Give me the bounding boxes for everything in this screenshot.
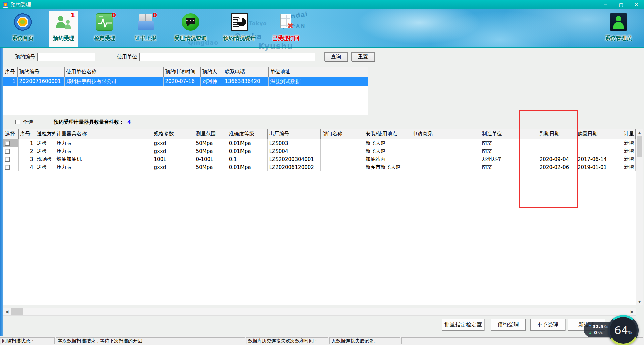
cell: 0.01Mpa	[227, 163, 267, 171]
scroll-left-arrow[interactable]: ◀	[3, 308, 10, 315]
column-header[interactable]: 序号	[3, 67, 17, 77]
toolbar-item-label: 预约受理	[53, 35, 74, 42]
column-header[interactable]: 计量器具名称	[55, 129, 152, 139]
column-header[interactable]: 准确度等级	[227, 129, 267, 139]
action-button-row: 批量指定检定室 预约受理 不予受理 新指派	[0, 319, 644, 332]
cell	[320, 139, 364, 147]
column-header[interactable]: 联系电话	[223, 67, 268, 77]
toolbar-item-cert-upload[interactable]: 证书上报 0	[131, 11, 160, 47]
cell: 2019-01-01	[576, 163, 622, 171]
cell	[520, 155, 538, 163]
cell: 0.01Mpa	[227, 139, 267, 147]
cell: 新乡市新飞大道	[364, 163, 411, 171]
minimize-button[interactable]: ─	[598, 0, 613, 9]
batch-assign-room-button[interactable]: 批量指定检定室	[442, 319, 484, 331]
scroll-down-arrow[interactable]: ▼	[636, 299, 643, 305]
toolbar-item-admin[interactable]: 系统管理员	[602, 11, 635, 47]
cell	[520, 163, 538, 171]
search-row: 预约编号 使用单位 查询 重置	[3, 51, 640, 62]
toolbar-item-label: 预约情况统计	[223, 35, 256, 42]
cell: 南京	[480, 147, 520, 155]
download-arrow-icon: ↓	[588, 330, 592, 335]
column-header[interactable]: 预约编号	[17, 67, 64, 77]
toolbar-item-booking-stats[interactable]: 预约情况统计	[221, 11, 258, 47]
cell: LZ202006120002	[267, 163, 320, 171]
db-status-label: 数据库历史连接失败次数和时间：	[246, 337, 328, 344]
table-row[interactable]: 3现场检燃油加油机100L0-100L0.1LZS20200304001加油站内…	[3, 155, 636, 163]
toolbar-item-accept-query[interactable]: ••• 受理情况查询	[172, 11, 209, 47]
scroll-right-arrow[interactable]: ▶	[629, 308, 636, 315]
column-header[interactable]: 安装/使用地点	[364, 129, 411, 139]
column-header[interactable]	[520, 129, 538, 139]
vertical-scrollbar[interactable]: ▲ ▼	[636, 129, 643, 305]
horizontal-scrollbar[interactable]: ◀ ▶	[3, 308, 636, 316]
column-header[interactable]: 预约人	[200, 67, 223, 77]
column-header[interactable]: 购置日期	[576, 129, 622, 139]
column-header[interactable]: 申请意见	[411, 129, 480, 139]
column-header[interactable]: 出厂编号	[267, 129, 320, 139]
column-header[interactable]: 测量范围	[194, 129, 227, 139]
toolbar-item-booking-accept[interactable]: 预约受理 1	[49, 11, 78, 47]
cell: 压力表	[55, 139, 152, 147]
instrument-table-panel: 选择序号送检方式计量器具名称规格参数测量范围准确度等级出厂编号部门名称安装/使用…	[3, 129, 636, 305]
network-speed-widget[interactable]: ↑ 32.5 K/s ↓ 0 K/s 64 %	[584, 321, 644, 345]
column-header[interactable]: 部门名称	[320, 129, 364, 139]
column-header[interactable]: 制造单位	[480, 129, 520, 139]
cell: 送检	[35, 139, 55, 147]
cell: 1	[18, 139, 35, 147]
column-header[interactable]: 到期日期	[538, 129, 576, 139]
booking-accept-button[interactable]: 预约受理	[491, 319, 526, 331]
toolbar-item-rejected-returned[interactable]: ✖ 已受理打回	[270, 11, 302, 47]
column-header[interactable]: 计量	[622, 129, 635, 139]
toolbar-item-verify-accept[interactable]: 检定受理 0	[90, 11, 119, 47]
horizontal-scroll-thumb[interactable]	[11, 308, 23, 315]
cell: 南京	[480, 139, 520, 147]
row-checkbox[interactable]	[5, 157, 10, 162]
column-header[interactable]: 选择	[3, 129, 18, 139]
booking-no-label: 预约编号	[15, 54, 35, 60]
column-header[interactable]: 送检方式	[35, 129, 55, 139]
cell	[320, 163, 364, 171]
query-button[interactable]: 查询	[324, 52, 348, 61]
usage-percent-circle[interactable]: 64 %	[608, 315, 639, 345]
cell	[3, 155, 18, 163]
column-header[interactable]: 规格参数	[152, 129, 194, 139]
booking-reject-button[interactable]: 不予受理	[530, 319, 565, 331]
toolbar-item-label: 证书上报	[135, 35, 156, 42]
close-button[interactable]: ✕	[629, 0, 644, 9]
instrument-count-value: 4	[127, 119, 131, 125]
maximize-button[interactable]: ▢	[613, 0, 629, 9]
cell: 50Mpa	[194, 163, 227, 171]
column-header[interactable]: 序号	[18, 129, 35, 139]
column-header[interactable]: 单位地址	[268, 67, 368, 77]
reset-button[interactable]: 重置	[351, 52, 375, 61]
cell	[411, 139, 480, 147]
table-row[interactable]: 4送检压力表gxxd50Mpa0.01MpaLZ202006120002新乡市新…	[3, 163, 636, 171]
table-row[interactable]: 2送检压力表gxxd50Mpa0.01MpaLZS004新飞大道南京新增	[3, 147, 636, 155]
select-all-label: 全选	[23, 119, 33, 125]
cell: 现场检	[35, 155, 55, 163]
unit-input[interactable]	[139, 53, 315, 61]
column-header[interactable]: 预约申请时间	[163, 67, 200, 77]
table-row[interactable]: 12020071600001郑州耕宇科技有限公司2020-07-16刘珂伟136…	[3, 77, 368, 86]
cell: 新增	[622, 155, 635, 163]
row-checkbox[interactable]	[5, 149, 10, 154]
cell: 1	[3, 77, 17, 86]
table-row[interactable]: 1送检压力表gxxd50Mpa0.01MpaLZS003新飞大道南京新增	[3, 139, 636, 147]
cell	[411, 147, 480, 155]
booking-table: 序号预约编号使用单位名称预约申请时间预约人联系电话单位地址12020071600…	[3, 67, 368, 86]
cell: gxxd	[152, 147, 194, 155]
row-checkbox[interactable]	[5, 165, 10, 170]
badge-count: 0	[112, 11, 116, 19]
vertical-scroll-thumb[interactable]	[637, 136, 642, 157]
booking-no-input[interactable]	[37, 53, 95, 61]
cell	[3, 139, 18, 147]
row-checkbox[interactable]	[5, 141, 10, 146]
select-all-checkbox[interactable]	[15, 120, 20, 124]
toolbar-item-home[interactable]: 系统首页	[8, 11, 38, 47]
badge-count: 1	[71, 11, 75, 19]
scroll-up-arrow[interactable]: ▲	[636, 129, 643, 136]
title-bar: 预约受理 ─ ▢ ✕	[0, 0, 644, 9]
report-chart-icon	[231, 13, 248, 31]
column-header[interactable]: 使用单位名称	[64, 67, 163, 77]
